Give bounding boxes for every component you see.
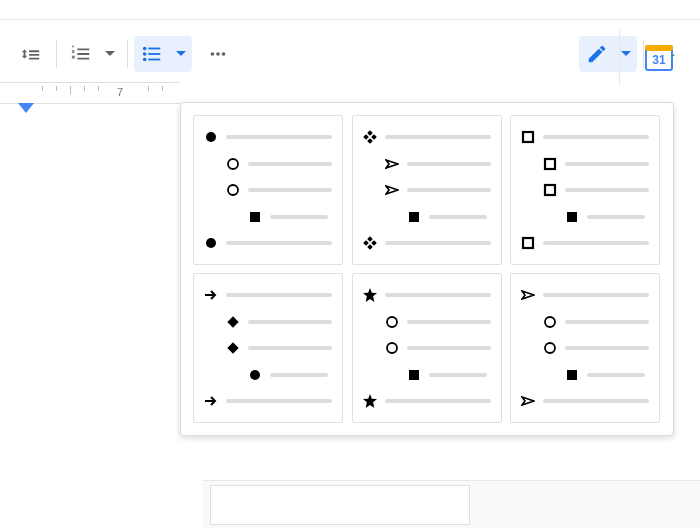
bullet-preset-disc-circle-square[interactable] [193,115,343,265]
svg-point-37 [545,317,555,327]
preset-row [521,286,649,304]
svg-rect-23 [363,240,369,246]
placeholder-bar [407,188,491,192]
bullet-preset-diamond-cluster-arrow[interactable] [352,115,502,265]
bulleted-list-button[interactable] [134,36,192,72]
line-spacing-button[interactable] [10,36,50,72]
numbered-list-button[interactable] [63,36,121,72]
placeholder-bar [407,162,491,166]
svg-point-1 [143,52,147,56]
ruler-number: 7 [117,86,123,98]
preset-row [385,339,491,357]
send-icon [385,157,399,171]
preset-row [363,392,491,410]
bullet-preset-hollow-square-nested[interactable] [510,115,660,265]
calendar-button[interactable]: 31 [638,36,680,78]
arrow-icon [204,288,218,302]
ruler[interactable]: 7 [0,82,180,104]
bullet-preset-popup [180,102,674,436]
sidepanel-divider [619,30,620,85]
hollow-square-icon [521,130,535,144]
placeholder-bar [429,215,487,219]
preset-row [226,313,332,331]
svg-rect-19 [371,134,377,140]
placeholder-bar [407,320,491,324]
placeholder-bar [270,215,328,219]
circle-icon [385,341,399,355]
preset-row [543,313,649,331]
circle-icon [226,157,240,171]
chevron-down-icon[interactable] [99,51,121,57]
preset-row [385,313,491,331]
preset-row [204,392,332,410]
svg-rect-4 [148,53,160,55]
disc-icon [204,236,218,250]
diamond-icon [226,315,240,329]
placeholder-bar [587,215,645,219]
divider [127,40,128,68]
svg-point-16 [206,238,216,248]
more-button[interactable] [200,36,236,72]
filled-square-icon [407,368,421,382]
svg-point-38 [545,343,555,353]
circle-icon [385,315,399,329]
preset-row [204,286,332,304]
filled-square-icon [565,210,579,224]
preset-row [204,234,332,252]
bullet-preset-send-circle-square[interactable] [510,273,660,423]
filled-square-icon [565,368,579,382]
svg-rect-30 [523,238,533,248]
placeholder-bar [226,241,332,245]
placeholder-bar [385,241,491,245]
preset-row [385,181,491,199]
filled-square-icon [248,210,262,224]
preset-row [521,392,649,410]
svg-point-6 [211,52,215,56]
hollow-square-icon [543,157,557,171]
circle-icon [543,341,557,355]
send-icon [521,394,535,408]
placeholder-bar [226,399,332,403]
svg-point-8 [222,52,226,56]
svg-rect-15 [250,212,260,222]
preset-row [363,286,491,304]
svg-point-12 [206,132,216,142]
svg-rect-36 [409,370,419,380]
svg-rect-17 [367,130,373,136]
preset-row [226,181,332,199]
svg-rect-32 [227,342,238,353]
placeholder-bar [543,399,649,403]
filled-square-icon [407,210,421,224]
placeholder-bar [385,135,491,139]
star-icon [363,394,377,408]
svg-point-2 [143,58,147,62]
send-icon [521,288,535,302]
placeholder-bar [270,373,328,377]
numbered-list-icon [63,43,99,65]
svg-rect-11 [645,45,673,51]
svg-rect-18 [363,134,369,140]
preset-row [226,339,332,357]
toolbar-top-border [0,19,700,20]
ruler-indent-marker[interactable] [18,103,34,113]
placeholder-bar [565,188,649,192]
svg-rect-29 [567,212,577,222]
preset-row [363,234,491,252]
preset-row [407,366,491,384]
preset-row [543,339,649,357]
placeholder-bar [226,135,332,139]
preset-row [521,128,649,146]
bullet-preset-star-circle-square[interactable] [352,273,502,423]
svg-rect-25 [367,244,373,250]
edit-mode-button[interactable] [579,36,637,72]
svg-point-33 [250,370,260,380]
bullet-preset-arrow-diamond-disc[interactable] [193,273,343,423]
chevron-down-icon[interactable] [170,51,192,57]
hollow-square-icon [521,236,535,250]
document-sheet [210,485,470,525]
diamond4-icon [363,236,377,250]
preset-row [565,208,649,226]
preset-row [226,155,332,173]
svg-point-34 [387,317,397,327]
placeholder-bar [429,373,487,377]
